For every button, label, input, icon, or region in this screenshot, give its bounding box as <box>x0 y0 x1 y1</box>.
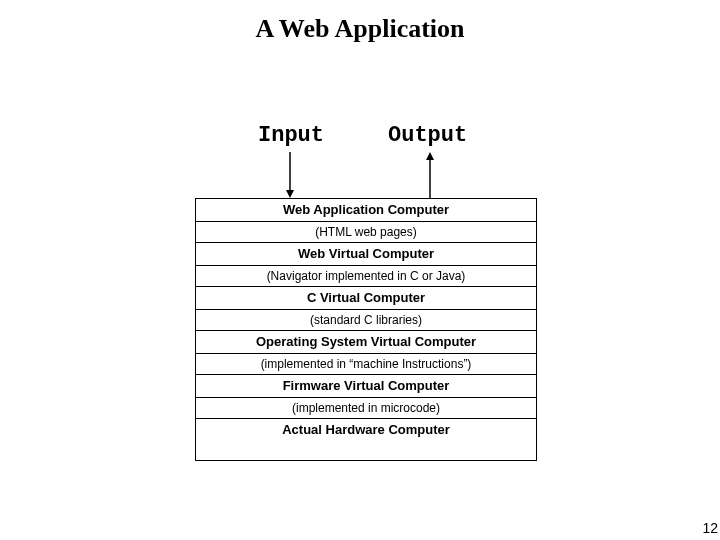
layer-sub: (implemented in “machine Instructions”) <box>196 354 536 375</box>
layer-sub: (HTML web pages) <box>196 222 536 243</box>
arrow-up-icon <box>420 152 440 198</box>
layer-sub: (Navigator implemented in C or Java) <box>196 266 536 287</box>
layer-head: Web Virtual Computer <box>196 243 536 266</box>
slide-title: A Web Application <box>0 14 720 44</box>
layer-sub: (standard C libraries) <box>196 310 536 331</box>
output-label: Output <box>388 123 467 148</box>
svg-marker-3 <box>426 152 434 160</box>
layer-stack: Web Application Computer (HTML web pages… <box>195 198 537 461</box>
svg-marker-1 <box>286 190 294 198</box>
arrow-down-icon <box>280 152 300 198</box>
page-number: 12 <box>702 520 718 536</box>
layer-head: Operating System Virtual Computer <box>196 331 536 354</box>
input-label: Input <box>258 123 324 148</box>
layer-sub: (implemented in microcode) <box>196 398 536 419</box>
layer-head: Actual Hardware Computer <box>196 419 536 460</box>
layer-head: C Virtual Computer <box>196 287 536 310</box>
layer-head: Web Application Computer <box>196 199 536 222</box>
layer-head: Firmware Virtual Computer <box>196 375 536 398</box>
